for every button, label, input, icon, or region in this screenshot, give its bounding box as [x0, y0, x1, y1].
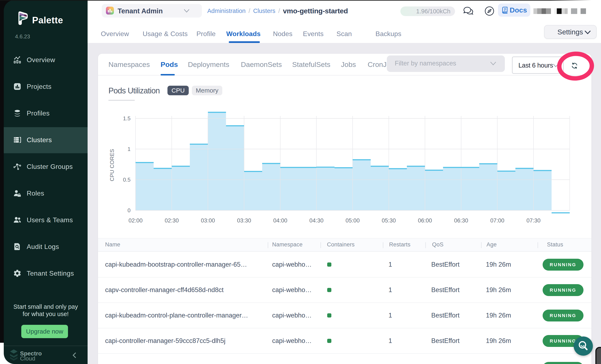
svg-text:06:30: 06:30 — [454, 217, 468, 224]
svg-text:03:00: 03:00 — [201, 217, 215, 224]
svg-text:05:00: 05:00 — [346, 217, 360, 224]
svg-text:1.5: 1.5 — [123, 115, 130, 122]
svg-text:04:00: 04:00 — [273, 217, 287, 224]
svg-text:02:30: 02:30 — [165, 217, 179, 224]
svg-text:04:30: 04:30 — [310, 217, 324, 224]
svg-text:03:30: 03:30 — [237, 217, 251, 224]
svg-text:06:00: 06:00 — [418, 217, 432, 224]
svg-text:1: 1 — [128, 146, 130, 152]
svg-text:02:00: 02:00 — [129, 217, 143, 224]
svg-text:05:30: 05:30 — [382, 217, 396, 224]
svg-text:07:00: 07:00 — [490, 217, 504, 224]
svg-text:CPU CORES: CPU CORES — [109, 149, 115, 181]
svg-text:0.5: 0.5 — [123, 177, 130, 183]
svg-text:07:30: 07:30 — [526, 217, 541, 224]
svg-text:0: 0 — [128, 207, 130, 214]
